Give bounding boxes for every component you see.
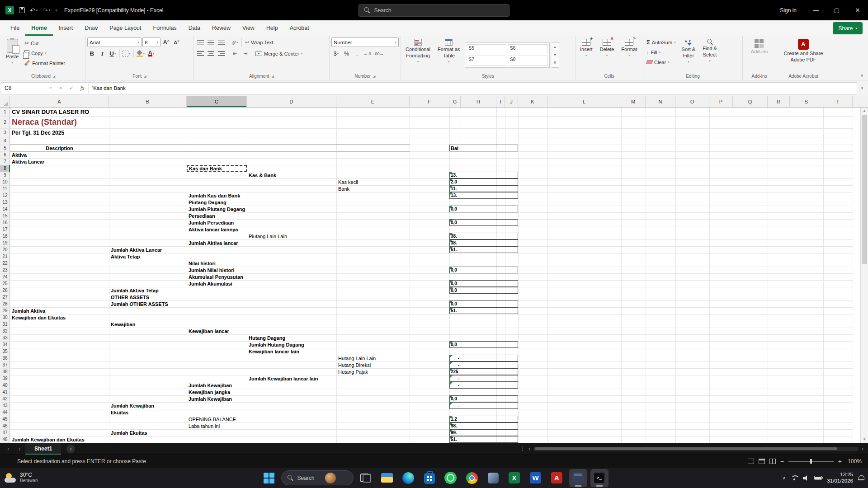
cell-G23-value[interactable]: 0,0	[449, 267, 518, 273]
column-header-E[interactable]: E	[336, 96, 410, 107]
cell-G12-value[interactable]: 13.	[449, 192, 518, 199]
cell-E36[interactable]: Hutang Lain Lain	[336, 355, 376, 361]
row-header-47[interactable]: 47	[0, 429, 10, 436]
gallery-up-button[interactable]: ▴	[552, 43, 559, 51]
tab-page-layout[interactable]: Page Layout	[104, 20, 147, 36]
row-header-38[interactable]: 38	[0, 368, 10, 375]
row-header-30[interactable]: 30	[0, 314, 10, 321]
row-header-18[interactable]: 18	[0, 233, 10, 239]
taskbar-icon-edge[interactable]	[399, 469, 417, 487]
align-center-button[interactable]	[206, 49, 216, 58]
row-header-11[interactable]: 11	[0, 185, 10, 192]
row-header-31[interactable]: 31	[0, 321, 10, 328]
increase-indent-button[interactable]: ⇥	[241, 49, 250, 58]
active-cell-C8[interactable]: Kas dan Bank	[187, 165, 247, 172]
cell-B28[interactable]: Jumlah OTHER ASSETS	[109, 300, 168, 307]
cell-G25-value[interactable]: 0,0	[449, 280, 518, 287]
cell-style-s6[interactable]: S6	[508, 44, 548, 55]
comma-style-button[interactable]: ,	[352, 49, 362, 58]
name-box[interactable]: C8▾	[1, 82, 55, 94]
wifi-icon[interactable]	[791, 475, 798, 481]
maximize-button[interactable]: ▢	[826, 0, 847, 20]
row-header-44[interactable]: 44	[0, 409, 10, 416]
row-header-46[interactable]: 46	[0, 422, 10, 429]
row-header-15[interactable]: 15	[0, 212, 10, 219]
battery-icon[interactable]	[814, 476, 822, 480]
sort-filter-button[interactable]: Sort & Filter ▾	[679, 38, 698, 66]
cell-C24[interactable]: Akumulasi Penyusutan	[187, 273, 243, 280]
tab-file[interactable]: File	[5, 20, 25, 36]
addins-button[interactable]: Add-ins	[748, 38, 770, 56]
taskbar-icon-chrome[interactable]	[463, 469, 481, 487]
taskbar-icon-acrobat[interactable]: A	[548, 469, 566, 487]
start-button[interactable]	[260, 469, 278, 487]
row-header-29[interactable]: 29	[0, 307, 10, 314]
minimize-button[interactable]: —	[806, 0, 826, 20]
taskbar-icon-store[interactable]	[420, 469, 439, 487]
cell-C14[interactable]: Jumlah Piutang Dagang	[187, 206, 245, 212]
cell-C40[interactable]: Jumlah Kewajiban	[187, 382, 232, 389]
column-header-G[interactable]: G	[449, 96, 461, 107]
accounting-format-button[interactable]: $▾	[331, 49, 341, 58]
insert-cells-button[interactable]: Insert▾	[577, 38, 595, 60]
row-header-10[interactable]: 10	[0, 178, 10, 185]
cell-C15[interactable]: Persediaan	[187, 212, 215, 219]
cell-G29-value[interactable]: 51.	[449, 307, 518, 314]
clock[interactable]: 13:25 31/01/2026	[827, 472, 853, 484]
fill-color-button[interactable]: ▾	[136, 49, 146, 58]
align-right-button[interactable]	[217, 49, 226, 58]
cell-D33[interactable]: Hutang Dagang	[247, 334, 285, 341]
cell-C42[interactable]: Jumlah Kewajiban	[187, 395, 232, 402]
merge-center-button[interactable]: Merge & Center▾	[254, 49, 304, 58]
tab-draw[interactable]: Draw	[79, 20, 104, 36]
cell-G16-value[interactable]: 0,0	[449, 219, 518, 226]
redo-button[interactable]: ↷▾	[42, 7, 50, 14]
row-header-45[interactable]: 45	[0, 416, 10, 422]
row-header-17[interactable]: 17	[0, 226, 10, 233]
cell-G28-value[interactable]: 0,0	[449, 300, 518, 307]
cell-A3[interactable]: Per Tgl. 31 Dec 2025	[10, 128, 64, 137]
cell-G38-value[interactable]: 225	[449, 368, 518, 375]
cancel-button[interactable]: ×	[55, 85, 66, 91]
column-header-M[interactable]: M	[621, 96, 646, 107]
weather-widget[interactable]: 30°C Berawan	[5, 472, 38, 483]
horizontal-scrollbar[interactable]	[533, 447, 859, 451]
cell-G48-value[interactable]: 51.	[449, 436, 518, 443]
row-header-27[interactable]: 27	[0, 294, 10, 300]
borders-button[interactable]: ▾	[122, 49, 132, 58]
font-color-button[interactable]: A▾	[146, 49, 156, 58]
percent-style-button[interactable]: %	[342, 49, 351, 58]
horizontal-scroll-thumb[interactable]	[535, 447, 837, 450]
row-header-26[interactable]: 26	[0, 287, 10, 294]
zoom-out-button[interactable]: −	[780, 458, 784, 465]
row-header-19[interactable]: 19	[0, 239, 10, 246]
cell-style-s7[interactable]: S7	[467, 56, 507, 66]
cell-C16[interactable]: Jumlah Persediaan	[187, 219, 234, 226]
cell-C17[interactable]: Aktiva lancar lainnya	[187, 226, 238, 233]
decrease-font-size-button[interactable]: A˅	[172, 38, 181, 47]
new-sheet-button[interactable]: +	[66, 445, 75, 453]
cell-D35[interactable]: Kewajiban lancar lain	[247, 348, 299, 355]
wrap-text-button[interactable]: ↩Wrap Text	[244, 38, 274, 47]
cell-G11-value[interactable]: 11.	[449, 185, 518, 192]
align-middle-button[interactable]	[206, 38, 216, 47]
cell-G10-value[interactable]: 2.0	[449, 178, 518, 185]
alignment-dialog-launcher[interactable]: ◢	[272, 75, 274, 78]
zoom-in-button[interactable]: +	[838, 458, 842, 465]
cell-G39-value[interactable]: -	[449, 375, 518, 382]
row-header-2[interactable]: 2	[0, 116, 10, 128]
normal-view-button[interactable]	[748, 459, 754, 464]
cell-G40-value[interactable]: -	[449, 382, 518, 389]
zoom-slider-thumb[interactable]	[810, 459, 812, 464]
cell-C19[interactable]: Jumlah Aktiva lancar	[187, 239, 238, 246]
align-left-button[interactable]	[196, 49, 205, 58]
fill-button[interactable]: ↓Fill▾	[645, 47, 677, 57]
column-header-F[interactable]: F	[410, 96, 449, 107]
tab-splitter[interactable]: ⋮	[520, 446, 525, 452]
underline-button[interactable]: U▾	[108, 49, 118, 58]
cell-C25[interactable]: Jumlah Akumulasi	[187, 280, 232, 287]
row-header-6[interactable]: 6	[0, 151, 10, 158]
row-header-48[interactable]: 48	[0, 436, 10, 443]
row-header-40[interactable]: 40	[0, 382, 10, 389]
row-header-24[interactable]: 24	[0, 273, 10, 280]
